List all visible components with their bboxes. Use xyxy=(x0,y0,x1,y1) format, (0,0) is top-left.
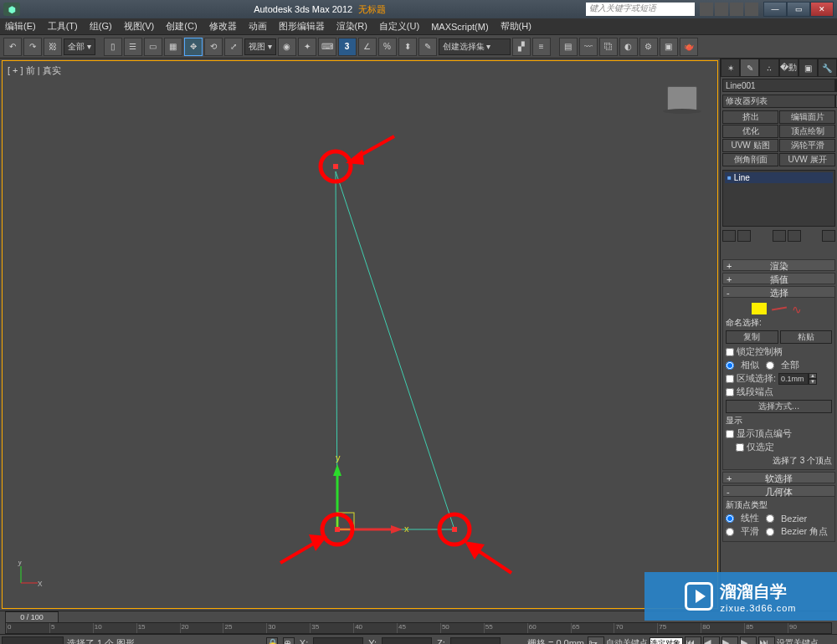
autokey-button[interactable]: 自动关键点 xyxy=(606,637,648,644)
tab-motion-icon[interactable]: �動 xyxy=(779,59,798,77)
mod-editpatch-button[interactable]: 编辑面片 xyxy=(779,110,835,124)
link-button[interactable]: ⛓ xyxy=(44,38,62,56)
modifier-stack[interactable]: Line xyxy=(722,170,835,227)
redo-button[interactable]: ↷ xyxy=(23,38,42,56)
layers-button[interactable]: ▤ xyxy=(559,38,578,56)
key-icon[interactable]: 🗝 xyxy=(588,636,604,644)
schematic-button[interactable]: ⿻ xyxy=(599,38,618,56)
viewport-front[interactable]: [ + ] 前 | 真实 y x xyxy=(2,60,718,609)
make-unique-icon[interactable] xyxy=(773,230,786,242)
next-frame-icon[interactable]: ▶ xyxy=(740,636,757,644)
segend-checkbox[interactable] xyxy=(726,388,734,396)
show-end-icon[interactable] xyxy=(737,230,751,242)
spinnersnap-button[interactable]: ⬍ xyxy=(398,38,417,56)
stack-item-line[interactable]: Line xyxy=(725,172,833,183)
modifier-list-dropdown[interactable] xyxy=(722,95,835,108)
lock-handles-checkbox[interactable] xyxy=(726,348,734,356)
refcoord-dropdown[interactable]: 视图 ▾ xyxy=(244,38,276,55)
subobj-segment-icon[interactable] xyxy=(772,303,787,314)
menu-views[interactable]: 视图(V) xyxy=(124,20,155,33)
filter-dropdown[interactable]: 全部 ▾ xyxy=(64,38,95,55)
menu-modifiers[interactable]: 修改器 xyxy=(209,20,237,33)
pivot-button[interactable]: ◉ xyxy=(278,38,296,56)
tab-create-icon[interactable]: ✶ xyxy=(721,59,740,77)
menu-maxscript[interactable]: MAXScript(M) xyxy=(431,22,488,32)
area-select-spinner[interactable] xyxy=(778,373,809,385)
scale-button[interactable]: ⤢ xyxy=(224,38,243,56)
mod-vertexpaint-button[interactable]: 顶点绘制 xyxy=(779,125,835,138)
time-slider[interactable]: 0 / 100 xyxy=(5,611,59,623)
mod-turbosmooth-button[interactable]: 涡轮平滑 xyxy=(779,139,835,152)
tab-display-icon[interactable]: ▣ xyxy=(798,59,818,77)
align-button[interactable]: ≡ xyxy=(532,38,551,56)
help-icon[interactable] xyxy=(745,3,758,16)
coord-mode-icon[interactable]: ⊕ xyxy=(283,637,295,644)
menu-rendering[interactable]: 渲染(R) xyxy=(336,20,367,33)
selectregion-button[interactable]: ▭ xyxy=(144,38,162,56)
close-button[interactable]: ✕ xyxy=(810,2,834,17)
pin-stack-icon[interactable] xyxy=(722,230,736,242)
alike-radio[interactable] xyxy=(726,361,734,370)
maximize-button[interactable]: ▭ xyxy=(787,2,810,17)
window-crossing-button[interactable]: ▦ xyxy=(164,38,182,56)
time-ruler[interactable]: 0510 152025 303540 455055 606570 758085 … xyxy=(5,622,832,634)
setkey-button[interactable]: 设置关键点 xyxy=(777,637,819,644)
all-radio[interactable] xyxy=(766,361,774,370)
help-search-input[interactable]: 键入关键字或短语 xyxy=(586,3,695,16)
menu-group[interactable]: 组(G) xyxy=(90,20,112,33)
mod-extrude-button[interactable]: 挤出 xyxy=(722,110,778,124)
star-icon[interactable] xyxy=(730,3,743,16)
rollout-geometry-header[interactable]: -几何体 xyxy=(722,485,835,497)
y-input[interactable] xyxy=(382,637,432,644)
key-selset-input[interactable] xyxy=(650,637,683,644)
prev-frame-icon[interactable]: ◀ xyxy=(703,636,720,644)
menu-animation[interactable]: 动画 xyxy=(249,20,267,33)
undo-button[interactable]: ↶ xyxy=(3,38,22,56)
anglesnap-button[interactable]: ∠ xyxy=(358,38,377,56)
select-by-button[interactable]: 选择方式… xyxy=(726,400,832,413)
keymode-button[interactable]: ⌨ xyxy=(318,38,336,56)
area-select-checkbox[interactable] xyxy=(726,375,734,383)
editnamed-button[interactable]: ✎ xyxy=(418,38,437,56)
rotate-button[interactable]: ⟲ xyxy=(204,38,223,56)
renderframe-button[interactable]: ▣ xyxy=(660,38,678,56)
goto-start-icon[interactable]: ⏮ xyxy=(685,636,701,644)
subobj-spline-icon[interactable] xyxy=(792,303,807,314)
vtype-bezier-radio[interactable] xyxy=(766,514,774,523)
named-selset-dropdown[interactable]: 创建选择集 ▾ xyxy=(439,38,511,55)
snap-toggle-button[interactable]: 3 xyxy=(338,38,357,56)
vtype-smooth-radio[interactable] xyxy=(726,528,734,536)
x-input[interactable] xyxy=(313,637,363,644)
menu-edit[interactable]: 编辑(E) xyxy=(5,20,36,33)
subobj-vertex-icon[interactable] xyxy=(752,303,767,314)
move-button[interactable]: ✥ xyxy=(184,38,203,56)
only-sel-checkbox[interactable] xyxy=(736,443,744,452)
mod-bevelprofile-button[interactable]: 倒角剖面 xyxy=(722,153,778,166)
rendersetup-button[interactable]: ⚙ xyxy=(639,38,658,56)
object-name-input[interactable] xyxy=(722,79,835,92)
menu-help[interactable]: 帮助(H) xyxy=(501,20,531,33)
menu-grapheditors[interactable]: 图形编辑器 xyxy=(279,20,325,33)
rollout-render-header[interactable]: +渲染 xyxy=(722,259,835,271)
play-icon[interactable]: ▶ xyxy=(721,636,738,644)
render-button[interactable]: 🫖 xyxy=(680,38,698,56)
mini-listener[interactable] xyxy=(2,636,64,644)
rollout-selection-header[interactable]: -选择 xyxy=(722,286,835,298)
rollout-softsel-header[interactable]: +软选择 xyxy=(722,472,835,483)
rollout-interp-header[interactable]: +插值 xyxy=(722,273,835,284)
configure-sets-icon[interactable] xyxy=(822,230,835,242)
tab-modify-icon[interactable]: ✎ xyxy=(740,59,759,77)
menu-tools[interactable]: 工具(T) xyxy=(48,20,78,33)
paste-named-button[interactable]: 粘贴 xyxy=(780,330,833,344)
search-go-icon[interactable] xyxy=(700,3,713,16)
manipulate-button[interactable]: ✦ xyxy=(298,38,316,56)
copy-named-button[interactable]: 复制 xyxy=(726,330,778,344)
mod-optimize-button[interactable]: 优化 xyxy=(722,125,778,138)
tab-utilities-icon[interactable]: 🔧 xyxy=(818,59,837,77)
select-button[interactable]: ▯ xyxy=(104,38,122,56)
tab-hierarchy-icon[interactable]: ⛬ xyxy=(759,59,778,77)
goto-end-icon[interactable]: ⏭ xyxy=(758,636,775,644)
remove-mod-icon[interactable] xyxy=(788,230,801,242)
curveeditor-button[interactable]: 〰 xyxy=(579,38,598,56)
lock-selection-icon[interactable]: 🔒 xyxy=(266,637,278,644)
